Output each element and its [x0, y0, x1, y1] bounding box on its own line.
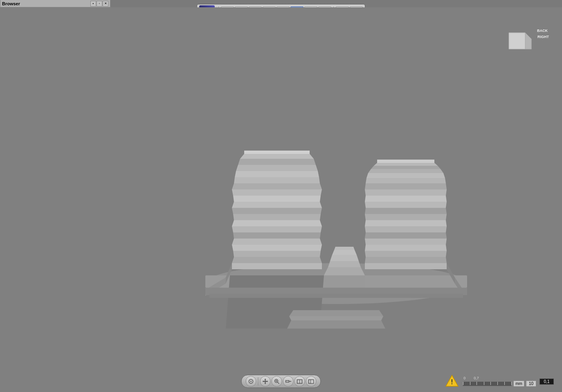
svg-marker-71 [365, 208, 447, 214]
svg-marker-53 [232, 183, 322, 189]
svg-marker-72 [365, 202, 447, 208]
svg-rect-91 [209, 294, 463, 298]
svg-marker-47 [232, 220, 322, 226]
svg-marker-81 [377, 160, 434, 163]
svg-point-100 [250, 381, 252, 382]
browser-header: Browser ▪ ▫ ✕ [0, 0, 110, 7]
svg-marker-45 [233, 232, 321, 239]
svg-marker-88 [332, 250, 357, 255]
center-piece [324, 247, 365, 292]
coord-display: 0,1 [540, 378, 554, 385]
unit-box: mm [513, 381, 524, 387]
svg-line-106 [278, 382, 279, 384]
bottom-btn-zoom[interactable] [272, 376, 282, 387]
svg-marker-79 [371, 166, 441, 169]
svg-marker-51 [233, 196, 321, 202]
svg-marker-50 [232, 202, 322, 208]
svg-marker-65 [365, 245, 447, 251]
svg-marker-57 [238, 159, 316, 165]
warning-icon[interactable]: ! [445, 374, 459, 389]
svg-marker-54 [234, 177, 320, 183]
ruler-start: 0 [463, 376, 465, 380]
svg-marker-94 [289, 310, 383, 316]
svg-marker-44 [232, 239, 322, 245]
zoom-box[interactable]: 10 [526, 381, 536, 387]
svg-marker-62 [365, 263, 447, 269]
svg-marker-46 [232, 226, 322, 232]
ruler: 0 0,7 mm 10 [463, 376, 536, 387]
buildings-svg [169, 75, 504, 329]
svg-marker-93 [289, 316, 383, 320]
svg-marker-41 [232, 257, 322, 263]
coord-box[interactable]: 0,1 [540, 378, 554, 385]
svg-text:!: ! [451, 378, 453, 385]
browser-title: Browser [2, 1, 20, 6]
3d-scene[interactable] [110, 32, 562, 372]
svg-marker-87 [330, 255, 359, 261]
svg-marker-55 [235, 171, 319, 177]
browser-controls: ▪ ▫ ✕ [90, 1, 108, 7]
browser-restore-btn[interactable]: ▫ [97, 1, 102, 7]
bottom-toolbar [241, 375, 321, 388]
svg-marker-40 [232, 263, 322, 269]
svg-marker-78 [368, 169, 443, 173]
svg-marker-76 [366, 178, 446, 183]
svg-marker-52 [232, 189, 322, 196]
svg-marker-103 [263, 381, 264, 382]
svg-marker-85 [324, 267, 365, 275]
svg-marker-70 [365, 214, 447, 220]
svg-marker-68 [365, 226, 447, 232]
view-label-back: BACK [537, 29, 548, 33]
svg-marker-97 [525, 33, 531, 49]
browser-maximize-btn[interactable]: ▪ [90, 1, 96, 7]
svg-marker-111 [291, 381, 292, 382]
browser-close-btn[interactable]: ✕ [103, 1, 108, 7]
view-navigation-cube[interactable]: RIGHT BACK [501, 27, 537, 59]
svg-rect-109 [286, 381, 289, 382]
svg-marker-92 [287, 320, 385, 329]
svg-marker-89 [334, 247, 355, 250]
bottom-btn-section[interactable] [306, 376, 317, 387]
svg-marker-86 [328, 261, 361, 267]
svg-marker-80 [374, 163, 438, 166]
svg-marker-77 [366, 173, 445, 178]
bottom-btn-orbit[interactable] [246, 376, 256, 387]
view-label-right: RIGHT [537, 35, 549, 39]
svg-marker-56 [236, 165, 318, 171]
ruler-bar [463, 381, 512, 386]
view-cube-svg [501, 27, 537, 59]
svg-marker-102 [265, 383, 266, 384]
svg-marker-49 [232, 208, 322, 214]
svg-marker-98 [509, 33, 525, 49]
svg-rect-115 [311, 380, 314, 383]
svg-marker-74 [365, 189, 447, 196]
status-bar: ! 0 0,7 mm 10 0,1 [445, 374, 554, 389]
ruler-end: 0,7 [474, 376, 479, 380]
svg-marker-59 [244, 151, 310, 154]
bottom-sep-1 [258, 377, 259, 385]
svg-marker-66 [365, 239, 447, 245]
svg-marker-101 [265, 378, 266, 380]
bottom-btn-window[interactable] [294, 376, 305, 387]
svg-marker-69 [365, 220, 447, 226]
svg-marker-64 [365, 251, 447, 257]
ruler-top: 0 0,7 [463, 376, 480, 380]
svg-marker-63 [365, 257, 447, 263]
svg-marker-42 [233, 251, 321, 257]
svg-marker-67 [365, 232, 447, 239]
svg-marker-48 [233, 214, 321, 220]
svg-marker-58 [240, 154, 314, 159]
bottom-btn-lookt[interactable] [283, 376, 294, 387]
svg-marker-43 [232, 245, 322, 251]
bottom-btn-pan[interactable] [260, 376, 271, 387]
viewport[interactable] [0, 7, 562, 392]
svg-marker-75 [365, 183, 447, 189]
svg-marker-104 [267, 381, 268, 382]
svg-marker-73 [365, 196, 447, 202]
